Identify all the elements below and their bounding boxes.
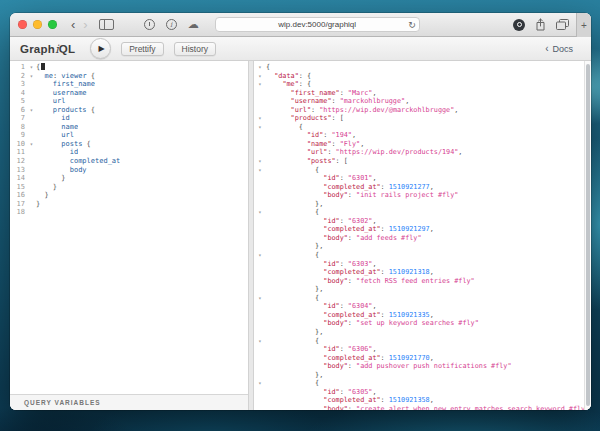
response-line: "completed_at": 1510921297, — [254, 225, 591, 234]
traffic-lights — [18, 20, 57, 29]
response-line: ▾ { — [254, 166, 591, 175]
query-line: 2▾ me: viewer { — [10, 72, 248, 81]
graphiql-content: 1▾{2▾ me: viewer {3 first_name4 username… — [10, 61, 591, 410]
history-button[interactable]: History — [174, 42, 216, 56]
response-line: "id": "6306", — [254, 345, 591, 354]
query-line: 16 } — [10, 191, 248, 200]
response-line: "body": "set up keyword searches #fly" — [254, 319, 591, 328]
response-line: "completed_at": 1510921770, — [254, 354, 591, 363]
response-line: "completed_at": 1510921335, — [254, 311, 591, 320]
response-line: ▾ "products": [ — [254, 114, 591, 123]
query-line: 18 — [10, 208, 248, 217]
query-line: 1▾{ — [10, 63, 248, 72]
graphiql-toolbar: GraphiQL ▶ Prettify History ‹ Docs — [10, 37, 591, 61]
response-line: "id": "6304", — [254, 302, 591, 311]
query-editor-pane: 1▾{2▾ me: viewer {3 first_name4 username… — [10, 61, 248, 410]
response-line: "completed_at": 1510921318, — [254, 268, 591, 277]
response-line: "body": "add pushover push notifications… — [254, 362, 591, 371]
response-line: "id": "194", — [254, 131, 591, 140]
scrollbar-thumb[interactable] — [586, 64, 590, 406]
forward-icon: › — [79, 18, 91, 31]
response-line: "completed_at": 1510921277, — [254, 183, 591, 192]
clock-extension-icon[interactable] — [144, 19, 155, 30]
sidebar-icon[interactable] — [99, 19, 114, 30]
new-tab-button[interactable]: + — [576, 13, 591, 37]
toolbar-right-icons — [513, 18, 569, 31]
response-line: "id": "6305", — [254, 388, 591, 397]
response-line: "body": "fetch RSS feed entries #fly" — [254, 277, 591, 286]
response-pane: ▾{▾ "data": {▾ "me": { "first_name": "Ma… — [254, 61, 591, 410]
docs-button[interactable]: ‹ Docs — [545, 43, 573, 54]
response-line: "body": "init rails project #fly" — [254, 191, 591, 200]
response-line: "id": "6301", — [254, 174, 591, 183]
response-line: }, — [254, 285, 591, 294]
prettify-button[interactable]: Prettify — [121, 42, 163, 56]
browser-toolbar: ‹ › i ☁ wip.dev:5000/graphiql ↻ — [10, 13, 591, 37]
response-line: ▾ { — [254, 294, 591, 303]
query-line: 15 } — [10, 183, 248, 192]
response-line: ▾ { — [254, 208, 591, 217]
query-line: 9 url — [10, 131, 248, 140]
response-line: "url": "https://wip.dev/@marckohlbrugge"… — [254, 106, 591, 115]
response-line: "id": "6303", — [254, 260, 591, 269]
graphiql-logo: GraphiQL — [20, 42, 75, 56]
query-line: 12 completed_at — [10, 157, 248, 166]
back-icon[interactable]: ‹ — [67, 18, 79, 31]
response-line: "completed_at": 1510921358, — [254, 396, 591, 405]
address-bar[interactable]: wip.dev:5000/graphiql ↻ — [215, 17, 420, 32]
response-scrollbar[interactable] — [584, 61, 591, 410]
response-line: ▾ { — [254, 251, 591, 260]
play-icon: ▶ — [99, 44, 105, 53]
query-line: 10▾ posts { — [10, 140, 248, 149]
query-line: 14 } — [10, 174, 248, 183]
response-viewer: ▾{▾ "data": {▾ "me": { "first_name": "Ma… — [254, 63, 591, 410]
url-text: wip.dev:5000/graphiql — [278, 20, 356, 29]
share-icon[interactable] — [535, 18, 546, 31]
response-line: ▾ { — [254, 337, 591, 346]
query-editor[interactable]: 1▾{2▾ me: viewer {3 first_name4 username… — [10, 61, 248, 394]
extension-buttons: i ☁ — [144, 19, 199, 30]
response-line: ▾{ — [254, 63, 591, 72]
blocker-extension-icon[interactable] — [513, 19, 525, 31]
response-line: ▾ "posts": [ — [254, 157, 591, 166]
execute-query-button[interactable]: ▶ — [90, 38, 111, 59]
response-line: ▾ "me": { — [254, 80, 591, 89]
response-line: }, — [254, 200, 591, 209]
browser-window: ‹ › i ☁ wip.dev:5000/graphiql ↻ — [10, 13, 591, 410]
cloud-extension-icon[interactable]: ☁ — [188, 19, 199, 30]
response-line: }, — [254, 242, 591, 251]
response-line: ▾ { — [254, 123, 591, 132]
tabs-icon[interactable] — [556, 19, 569, 30]
zoom-window-button[interactable] — [48, 20, 57, 29]
response-line: "username": "marckohlbrugge", — [254, 97, 591, 106]
query-line: 17} — [10, 200, 248, 209]
response-line: "body": "create alert when new entry mat… — [254, 405, 591, 410]
query-line: 4 username — [10, 89, 248, 98]
query-line: 8 name — [10, 123, 248, 132]
query-line: 3 first_name — [10, 80, 248, 89]
close-window-button[interactable] — [18, 20, 27, 29]
reload-icon[interactable]: ↻ — [408, 19, 416, 31]
query-line: 7 id — [10, 114, 248, 123]
response-line: "body": "add feeds #fly" — [254, 234, 591, 243]
response-line: }, — [254, 328, 591, 337]
response-line: "first_name": "Marc", — [254, 89, 591, 98]
response-line: "id": "6302", — [254, 217, 591, 226]
response-line: }, — [254, 371, 591, 380]
response-line: ▾ "data": { — [254, 72, 591, 81]
response-line: "name": "Fly", — [254, 140, 591, 149]
response-line: "url": "https://wip.dev/products/194", — [254, 148, 591, 157]
info-extension-icon[interactable]: i — [166, 19, 177, 30]
query-line: 11 id — [10, 148, 248, 157]
chevron-left-icon: ‹ — [545, 43, 548, 54]
query-variables-label: QUERY VARIABLES — [24, 399, 101, 406]
query-line: 5 url — [10, 97, 248, 106]
response-line: ▾ { — [254, 379, 591, 388]
query-line: 13 body — [10, 166, 248, 175]
query-variables-bar[interactable]: QUERY VARIABLES — [10, 394, 248, 410]
minimize-window-button[interactable] — [33, 20, 42, 29]
query-line: 6▾ products { — [10, 106, 248, 115]
